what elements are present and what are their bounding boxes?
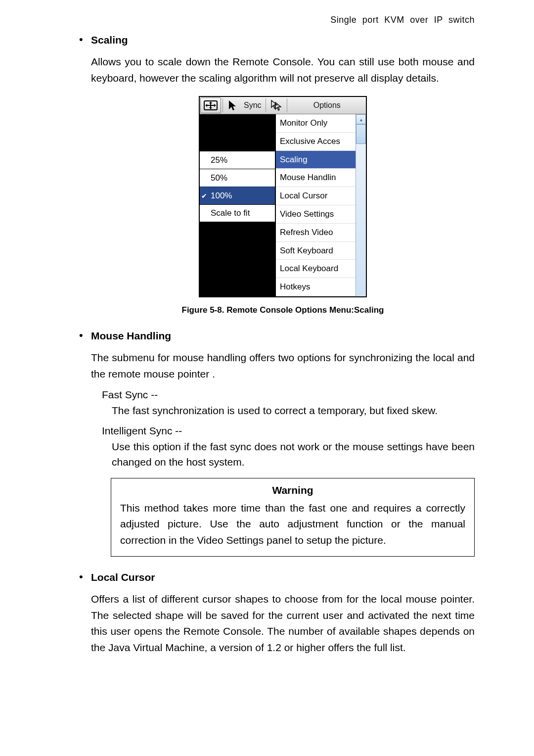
menu-monitor-only[interactable]: Monitor Only [276,114,356,133]
mouse-body: The submenu for mouse handling offers tw… [91,350,475,382]
intel-sync-title: Intelligent Sync -- [102,423,475,439]
cursor-body: Offers a list of different cursor shapes… [91,591,475,656]
warning-body: This method takes more time than the fas… [120,500,465,549]
toolbar-separator [287,98,287,112]
section-local-cursor: Local Cursor Offers a list of different … [79,571,475,656]
scaling-submenu: 25% 50% ✔ 100% Scale to fit [200,114,276,296]
toolbar-separator [222,98,223,112]
menu-mouse-handling[interactable]: Mouse Handlin [276,169,356,187]
scrollbar[interactable]: ▴ [356,114,366,296]
svg-marker-5 [205,104,207,107]
menu-local-cursor[interactable]: Local Cursor [276,187,356,205]
rc-toolbar: Sync Options [200,97,366,114]
submenu-spacer [200,114,275,151]
document-page: Single port KVM over IP switch Scaling A… [0,0,534,756]
svg-marker-6 [214,104,216,107]
remote-console-shot: Sync Options [199,96,367,297]
fast-sync-title: Fast Sync -- [102,387,475,403]
warning-title: Warning [120,484,465,496]
check-icon: ✔ [201,192,207,200]
options-button[interactable]: Options [288,97,366,114]
scale-50[interactable]: 50% [200,169,275,187]
toolbar-separator [266,98,266,112]
menu-local-keyboard[interactable]: Local Keyboard [276,260,356,278]
scaling-title: Scaling [91,34,475,46]
menu-exclusive-access[interactable]: Exclusive Acces [276,133,356,151]
scale-to-fit[interactable]: Scale to fit [200,204,275,222]
running-header: Single port KVM over IP switch [79,15,475,25]
svg-marker-4 [209,107,212,109]
menu-refresh-video[interactable]: Refresh Video [276,224,356,242]
figure-caption: Figure 5-8. Remote Console Options Menu:… [182,305,384,315]
sync-label[interactable]: Sync [241,97,265,114]
intel-sync-body: Use this option if the fast sync does no… [112,439,475,470]
intelligent-sync-block: Intelligent Sync -- Use this option if t… [102,423,475,470]
scroll-track[interactable] [356,144,366,296]
warning-box: Warning This method takes more time than… [111,478,475,557]
section-list: Scaling Allows you to scale down the Rem… [79,34,475,656]
section-scaling: Scaling Allows you to scale down the Rem… [79,34,475,315]
double-cursor-icon [270,99,282,111]
fast-sync-block: Fast Sync -- The fast synchronization is… [102,387,475,418]
svg-marker-3 [209,101,212,103]
svg-marker-9 [275,102,281,110]
section-mouse-handling: Mouse Handling The submenu for mouse han… [79,330,475,557]
drag-button[interactable] [200,97,221,113]
menu-video-settings[interactable]: Video Settings [276,205,356,224]
cursor-button-2[interactable] [267,97,285,113]
scroll-up-button[interactable]: ▴ [356,114,366,124]
menu-soft-keyboard[interactable]: Soft Keyboard [276,242,356,260]
mouse-title: Mouse Handling [91,330,475,342]
fast-sync-body: The fast synchronization is used to corr… [112,403,475,419]
options-menu: Monitor Only Exclusive Acces Scaling Mou… [276,114,366,296]
scroll-thumb[interactable] [356,124,366,144]
scale-100[interactable]: ✔ 100% [200,187,275,204]
rc-body: 25% 50% ✔ 100% Scale to fit Monitor O [200,114,366,296]
scale-25[interactable]: 25% [200,151,275,169]
submenu-spacer [200,222,275,296]
cursor-button-1[interactable] [224,97,240,113]
menu-scaling[interactable]: Scaling [276,151,356,169]
svg-marker-8 [271,100,277,108]
svg-marker-7 [229,100,236,110]
menu-hotkeys[interactable]: Hotkeys [276,278,356,296]
move-icon [204,100,218,110]
scale-100-label: 100% [211,191,232,201]
cursor-title: Local Cursor [91,571,475,583]
cursor-icon [227,99,237,111]
options-list: Monitor Only Exclusive Acces Scaling Mou… [276,114,356,296]
figure-scaling: Sync Options [91,96,475,315]
scaling-body: Allows you to scale down the Remote Cons… [91,54,475,86]
